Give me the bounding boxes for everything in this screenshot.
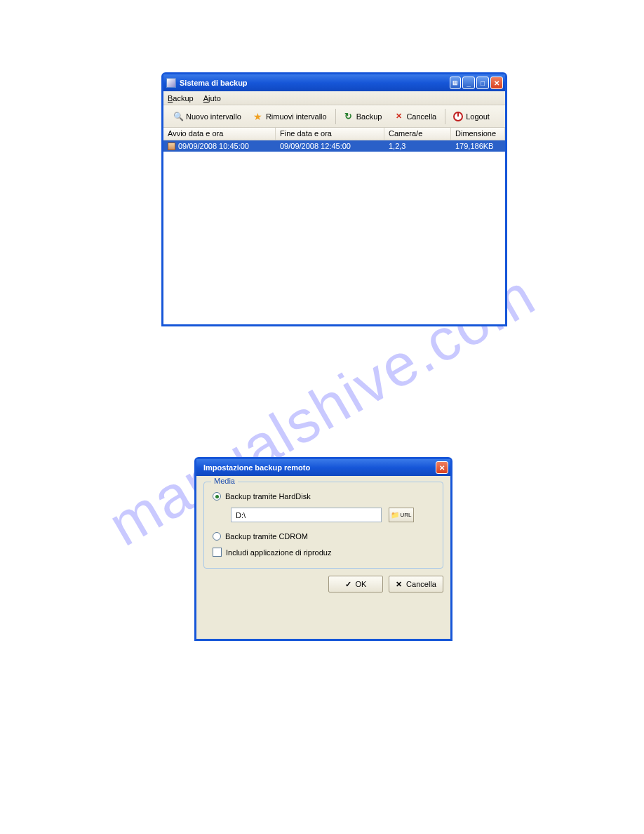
radio-harddisk[interactable] xyxy=(213,492,221,501)
browse-button[interactable]: URL xyxy=(389,508,414,522)
logout-label: Logout xyxy=(466,112,490,121)
menu-help[interactable]: Ajuto xyxy=(203,94,221,102)
cell-camera: 1,2,3 xyxy=(384,141,451,151)
window-title: Impostazione backup remoto xyxy=(199,463,436,472)
remote-backup-settings-window: Impostazione backup remoto ✕ Media Backu… xyxy=(194,457,452,641)
new-interval-label: Nuovo intervallo xyxy=(186,112,241,121)
media-group: Media Backup tramite HardDisk URL Backup… xyxy=(203,482,443,569)
backup-button[interactable]: Backup xyxy=(338,108,387,125)
close-button[interactable]: ✕ xyxy=(436,461,448,474)
new-interval-button[interactable]: Nuovo intervallo xyxy=(168,108,246,125)
ok-label: OK xyxy=(356,580,367,588)
list-header: Avvio data e ora Fine data e ora Camera/… xyxy=(163,128,505,140)
check-icon: ✓ xyxy=(345,580,351,589)
cancel-icon xyxy=(393,111,404,122)
menu-help-label: juto xyxy=(208,94,221,102)
x-icon: ✕ xyxy=(396,580,402,589)
group-label: Media xyxy=(211,477,238,485)
radio-harddisk-row[interactable]: Backup tramite HardDisk xyxy=(213,492,434,501)
include-player-checkbox[interactable] xyxy=(213,548,222,557)
toolbar-separator xyxy=(445,109,445,124)
cancel-button[interactable]: Cancella xyxy=(388,108,441,125)
app-icon xyxy=(166,78,176,88)
cell-size: 179,186KB xyxy=(451,141,505,151)
close-button[interactable]: ✕ xyxy=(490,77,503,89)
refresh-icon xyxy=(343,111,354,122)
star-icon xyxy=(253,111,264,122)
column-camera[interactable]: Camera/e xyxy=(384,128,451,140)
cancel-label: Cancella xyxy=(406,112,436,121)
titlebar-grid-button[interactable]: ⊞ xyxy=(450,77,461,89)
remove-interval-label: Rimuovi intervallo xyxy=(266,112,327,121)
path-input[interactable] xyxy=(231,508,382,522)
column-end[interactable]: Fine data e ora xyxy=(276,128,384,140)
backup-label: Backup xyxy=(356,112,382,121)
browse-label: URL xyxy=(400,512,411,518)
radio-harddisk-label: Backup tramite HardDisk xyxy=(225,492,311,501)
toolbar-separator xyxy=(335,109,336,124)
table-row[interactable]: 09/09/2008 10:45:00 09/09/2008 12:45:00 … xyxy=(163,140,505,152)
cell-end: 09/09/2008 12:45:00 xyxy=(276,141,384,151)
include-player-label: Includi applicazione di riproduz xyxy=(226,548,331,557)
titlebar[interactable]: Impostazione backup remoto ✕ xyxy=(196,459,450,476)
power-icon xyxy=(452,111,464,122)
titlebar[interactable]: Sistema di backup ⊞ _ □ ✕ xyxy=(163,74,505,91)
magnifier-icon xyxy=(173,111,184,122)
dialog-buttons: ✓ OK ✕ Cancella xyxy=(196,573,450,598)
ok-button[interactable]: ✓ OK xyxy=(328,576,383,593)
menu-backup-label: ackup xyxy=(173,94,193,102)
include-player-row[interactable]: Includi applicazione di riproduz xyxy=(213,548,434,557)
list-body[interactable]: 09/09/2008 10:45:00 09/09/2008 12:45:00 … xyxy=(163,140,505,324)
column-start[interactable]: Avvio data e ora xyxy=(163,128,276,140)
remove-interval-button[interactable]: Rimuovi intervallo xyxy=(248,108,332,125)
backup-system-window: Sistema di backup ⊞ _ □ ✕ Backup Ajuto N… xyxy=(161,72,507,326)
toolbar: Nuovo intervallo Rimuovi intervallo Back… xyxy=(163,105,505,128)
row-icon xyxy=(168,143,175,150)
maximize-button[interactable]: □ xyxy=(476,77,489,89)
menubar: Backup Ajuto xyxy=(163,91,505,105)
cell-start: 09/09/2008 10:45:00 xyxy=(178,142,249,150)
cancel-label: Cancella xyxy=(406,580,436,588)
column-size[interactable]: Dimensione xyxy=(451,128,505,140)
minimize-button[interactable]: _ xyxy=(462,77,475,89)
radio-cdrom[interactable] xyxy=(213,532,221,541)
logout-button[interactable]: Logout xyxy=(448,108,495,125)
menu-backup[interactable]: Backup xyxy=(168,94,194,102)
window-title: Sistema di backup xyxy=(180,79,450,87)
radio-cdrom-row[interactable]: Backup tramite CDROM xyxy=(213,532,434,541)
cancel-button[interactable]: ✕ Cancella xyxy=(389,576,443,593)
radio-cdrom-label: Backup tramite CDROM xyxy=(225,532,308,541)
